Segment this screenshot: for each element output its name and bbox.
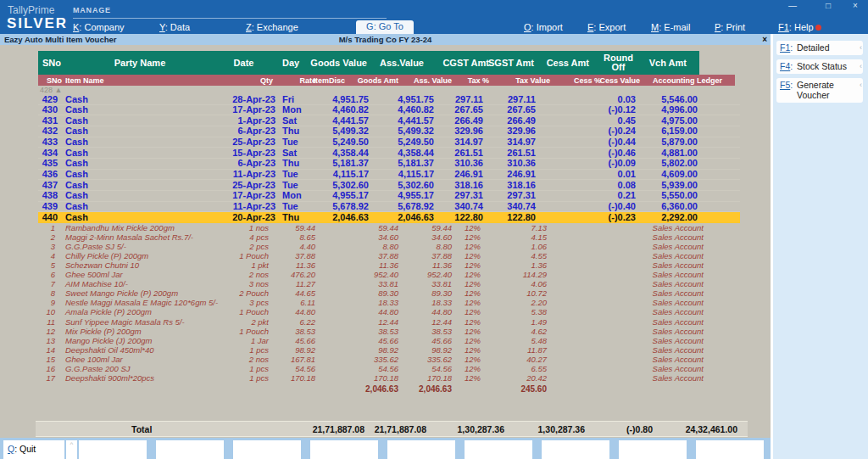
bottom-toolbar-slot <box>619 440 687 459</box>
menu-export[interactable]: EExport <box>587 22 626 32</box>
item-row[interactable]: 8Sweet Mango Pickle (P) 200gm2 Pouch44.6… <box>38 289 740 299</box>
stock-status-button[interactable]: F4 Stock Status ‹ <box>776 59 863 74</box>
voucher-row[interactable]: 438Cash17-Apr-23Mon4,955.174,955.17297.3… <box>38 191 740 202</box>
voucher-row[interactable]: 439Cash11-Apr-23Tue5,678.925,678.92340.7… <box>38 202 740 213</box>
cell-rate: 44.80 <box>273 308 315 317</box>
item-row[interactable]: 10Amala Pickle (P) 200gm1 Pouch44.8044.8… <box>38 308 740 317</box>
cell-date: 6-Apr-23 <box>203 159 275 169</box>
cell-sno: 3 <box>38 243 55 252</box>
cell-vch: 6,159.00 <box>623 126 698 137</box>
cell-sgst: 267.65 <box>475 105 536 115</box>
menu-data[interactable]: YData <box>159 22 190 32</box>
cell-taxval: 6.55 <box>486 365 547 374</box>
item-row[interactable]: 4Chilly Pickle (P) 200gm1 Pouch37.8837.8… <box>38 251 740 260</box>
menu-help[interactable]: F1Help <box>778 22 814 32</box>
item-column-header-ledger: Accounting Ledger <box>650 76 722 85</box>
item-row[interactable]: 17Deepshakti 900ml*20pcs1 pcs170.18170.1… <box>38 374 740 383</box>
item-row[interactable]: 7AIM Machise 10/-3 nos11.2733.8133.8112%… <box>38 280 740 289</box>
cell-sno: 12 <box>38 327 55 337</box>
item-row[interactable]: 15Ghee 100ml Jar2 nos167.81335.62335.621… <box>38 355 740 365</box>
cell-date: 28-Apr-23 <box>203 95 275 105</box>
cell-rate: 38.53 <box>273 327 315 337</box>
cell-rate: 170.18 <box>273 374 315 383</box>
cell-goods: 8.80 <box>335 243 398 252</box>
column-header-date: Date <box>212 58 275 68</box>
cell-sno: 9 <box>38 299 55 308</box>
item-row[interactable]: 1Rambandhu Mix Pickle 200gm1 nos59.4459.… <box>38 223 740 232</box>
bottom-toolbar-slot <box>387 440 455 459</box>
cell-name: Deepshakti 900ml*20pcs <box>65 374 154 383</box>
bottom-toolbar-slot <box>233 440 301 459</box>
cell-name: Maggi 2-Minn Masala Sachet Rs.7/- <box>65 233 193 243</box>
toolbar-expand-button[interactable]: ^ <box>66 440 77 459</box>
voucher-row[interactable]: 432Cash6-Apr-23Thu5,499.325,499.32329.96… <box>38 126 740 137</box>
item-row[interactable]: 6Ghee 500ml Jar2 nos476.20952.40952.4012… <box>38 271 740 280</box>
menu-import[interactable]: OImport <box>524 22 563 32</box>
item-row[interactable]: 2Maggi 2-Minn Masala Sachet Rs.7/-4 pcs8… <box>38 232 740 242</box>
menu-company[interactable]: KCompany <box>73 22 125 32</box>
cell-sno: 433 <box>38 137 58 148</box>
cell-ass: 2,046.63 <box>360 213 434 223</box>
voucher-row[interactable]: 434Cash15-Apr-23Sat4,358.444,358.44261.5… <box>38 148 740 159</box>
voucher-row[interactable]: 436Cash11-Apr-23Tue4,115.174,115.17246.9… <box>38 170 740 181</box>
cell-taxval: 11.87 <box>486 346 547 355</box>
grand-total-row: Total 21,71,887.08 21,71,887.08 1,30,287… <box>36 421 748 437</box>
cell-party: Cash <box>65 213 88 223</box>
item-row[interactable]: 5Schezwan Chutni 101 pkt11.3611.3611.361… <box>38 260 740 270</box>
cell-qty: 1 nos <box>212 224 269 233</box>
subtotal-tax-value: 245.60 <box>486 384 547 394</box>
voucher-row[interactable]: 435Cash6-Apr-23Thu5,181.375,181.37310.36… <box>38 159 740 170</box>
cell-sno: 430 <box>38 105 58 115</box>
menu-exchange[interactable]: ZExchange <box>246 22 298 32</box>
cell-qty: 1 pcs <box>212 374 269 383</box>
cell-party: Cash <box>65 202 88 212</box>
item-row[interactable]: 16G.G.Paste 200 SJ1 pcs54.5654.5654.5612… <box>38 365 740 374</box>
cell-ledger: Sales Account <box>581 337 704 346</box>
maximize-icon[interactable]: □ <box>819 1 837 10</box>
voucher-row[interactable]: 429Cash28-Apr-23Fri4,951.754,951.75297.1… <box>38 94 740 105</box>
cell-goods: 12.44 <box>335 318 398 327</box>
total-round-off: (-)0.80 <box>593 424 653 434</box>
bottom-toolbar-slot <box>156 440 224 459</box>
generate-voucher-button[interactable]: F5 Generate Voucher ‹ <box>776 78 863 103</box>
item-rows: 1Rambandhu Mix Pickle 200gm1 nos59.4459.… <box>38 223 740 383</box>
cell-ass: 335.62 <box>394 355 452 365</box>
cell-qty: 2 pkt <box>212 318 269 327</box>
detailed-button[interactable]: F1 Detailed ‹ <box>776 41 863 55</box>
cell-vch: 6,360.00 <box>623 202 698 212</box>
goto-button[interactable]: GGo To <box>356 20 414 34</box>
item-row[interactable]: 13Mango Pickle (J) 200gm1 Jar45.6645.664… <box>38 336 740 345</box>
item-row[interactable]: 3G.G.Paste SJ 5/-2 pcs4.408.808.8012%1.0… <box>38 242 740 251</box>
quit-button[interactable]: QQuit <box>3 440 64 459</box>
voucher-row[interactable]: 440Cash20-Apr-23Thu2,046.632,046.63122.8… <box>38 212 740 223</box>
voucher-header-row: SNoParty NameDateDayGoods ValueAss.Value… <box>38 51 699 75</box>
cell-rate: 44.65 <box>273 289 315 299</box>
menu-print[interactable]: PPrint <box>715 22 745 32</box>
chevron-left-icon: ‹ <box>860 43 862 52</box>
voucher-row[interactable]: 430Cash17-Apr-23Mon4,460.824,460.82267.6… <box>38 105 740 116</box>
voucher-row[interactable]: 431Cash1-Apr-23Sat4,441.574,441.57266.49… <box>38 115 740 126</box>
voucher-row[interactable]: 437Cash25-Apr-23Tue5,302.605,302.60318.1… <box>38 180 740 191</box>
cell-vch: 5,939.00 <box>623 181 698 191</box>
report-title: Eazy Auto Multi Item Voucher <box>4 35 117 44</box>
panel-close-icon[interactable]: × <box>762 34 767 45</box>
close-icon[interactable]: × <box>846 1 865 10</box>
cell-taxpct: 12% <box>456 243 481 252</box>
cell-qty: 4 pcs <box>212 233 269 243</box>
column-header-vch: Vch Amt <box>632 58 687 68</box>
item-row[interactable]: 11Sunf Yippee Magic Masala Rs 5/-2 pkt6.… <box>38 317 740 327</box>
cell-qty: 1 Pouch <box>212 308 269 317</box>
cell-vch: 5,546.00 <box>623 95 698 105</box>
minimize-icon[interactable]: — <box>783 1 802 10</box>
cell-qty: 1 pcs <box>212 365 269 374</box>
voucher-row[interactable]: 433Cash25-Apr-23Tue5,249.505,249.50314.9… <box>38 137 740 148</box>
menu-email[interactable]: ME-mail <box>651 22 690 32</box>
item-row[interactable]: 12Mix Pickle (P) 200gm1 Pouch38.5338.533… <box>38 327 740 336</box>
item-column-header-sno: SNo <box>47 76 62 85</box>
item-row[interactable]: 9Nestle Maggi Masala E Magic 120*6gm 5/-… <box>38 299 740 308</box>
cell-vch: 5,802.00 <box>623 159 698 169</box>
cell-rate: 476.20 <box>273 271 315 280</box>
item-row[interactable]: 14Deepshakti Oil 450ml*401 pcs98.9298.92… <box>38 345 740 355</box>
cell-goods: 170.18 <box>335 374 398 383</box>
cell-qty: 2 nos <box>212 355 269 365</box>
